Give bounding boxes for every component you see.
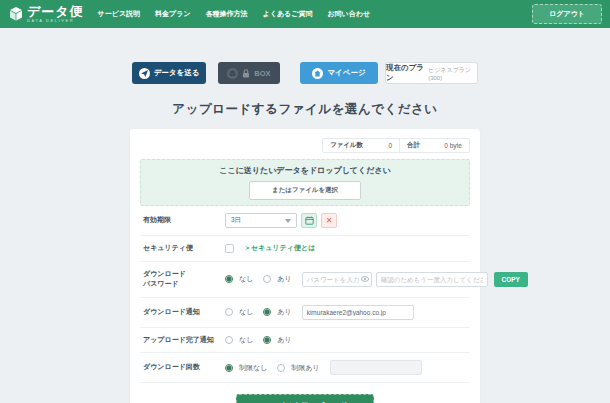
clear-expiry-button[interactable]: ✕ xyxy=(321,213,337,228)
download-notify-label: ダウンロード通知 xyxy=(143,307,225,318)
ul-notify-yes-label: あり xyxy=(277,335,291,345)
ul-notify-none-radio[interactable] xyxy=(225,336,233,344)
page-title: アップロードするファイルを選んでください xyxy=(0,101,610,118)
logo[interactable]: データ便 DATA DELIVER xyxy=(8,5,84,23)
copy-password-button[interactable]: COPY xyxy=(494,272,528,287)
file-dropzone[interactable]: ここに送りたいデータをドロップしてください またはファイルを選択 xyxy=(140,159,470,206)
dl-notify-yes-label: あり xyxy=(277,307,291,317)
password-confirm-input[interactable] xyxy=(376,272,488,287)
ul-notify-yes-radio[interactable] xyxy=(263,336,271,344)
password-none-label: なし xyxy=(239,274,253,284)
ul-notify-none-label: なし xyxy=(239,335,253,345)
password-yes-radio[interactable] xyxy=(263,275,271,283)
download-count-label: ダウンロード回数 xyxy=(143,362,225,373)
tab-send-data[interactable]: データを送る xyxy=(132,62,206,84)
eye-icon[interactable] xyxy=(361,275,369,283)
total-size-label: 合計 xyxy=(400,139,427,152)
upload-card: ファイル数 0 合計 0 byte ここに送りたいデータをドロップしてください … xyxy=(130,129,480,403)
main-nav: サービス説明 料金プラン 各種操作方法 よくあるご質問 お問い合わせ xyxy=(98,9,370,19)
security-checkbox[interactable] xyxy=(225,244,234,253)
download-password-row: ダウンロード パスワード なし あり COPY xyxy=(140,262,470,298)
dl-notify-none-radio[interactable] xyxy=(225,308,233,316)
download-notify-row: ダウンロード通知 なし あり xyxy=(140,298,470,328)
expiry-row: 有効期限 3日 ✕ xyxy=(140,206,470,236)
logout-button[interactable]: ログアウト xyxy=(532,4,602,24)
upload-files-button[interactable]: ファイルをアップロード xyxy=(236,394,374,403)
current-plan-value: ビジネスプラン(300) xyxy=(428,66,477,81)
download-count-row: ダウンロード回数 制限なし 制限あり xyxy=(140,353,470,383)
password-yes-label: あり xyxy=(277,274,291,284)
current-plan-label: 現在のプラン xyxy=(386,63,425,83)
file-count-value: 0 xyxy=(370,139,400,152)
logo-subtitle: DATA DELIVER xyxy=(27,19,84,23)
tab-box-label: BOX xyxy=(254,69,270,78)
tab-box[interactable]: BOX xyxy=(218,62,280,84)
notify-email-input[interactable] xyxy=(302,305,414,320)
dropzone-text: ここに送りたいデータをドロップしてください xyxy=(219,165,391,176)
download-password-label: ダウンロード パスワード xyxy=(143,269,225,290)
dl-count-limited-radio[interactable] xyxy=(277,364,285,372)
current-plan-box: 現在のプラン ビジネスプラン(300) xyxy=(385,62,478,84)
security-row: セキュリティ便 ＞セキュリティ便とは xyxy=(140,236,470,262)
paper-plane-icon xyxy=(139,68,150,79)
select-files-button[interactable]: またはファイルを選択 xyxy=(249,181,361,200)
dl-count-unlimited-radio[interactable] xyxy=(225,364,233,372)
dl-notify-none-label: なし xyxy=(239,307,253,317)
dl-count-limited-label: 制限あり xyxy=(291,363,319,373)
header: データ便 DATA DELIVER サービス説明 料金プラン 各種操作方法 よく… xyxy=(0,0,610,28)
security-label: セキュリティ便 xyxy=(143,243,225,254)
tab-send-label: データを送る xyxy=(154,68,200,78)
nav-item-contact[interactable]: お問い合わせ xyxy=(327,9,370,19)
lock-icon xyxy=(242,69,250,78)
upload-complete-notify-label: アップロード完了通知 xyxy=(143,335,225,346)
upload-complete-notify-row: アップロード完了通知 なし あり xyxy=(140,328,470,354)
cube-logo-icon xyxy=(8,6,24,22)
file-summary: ファイル数 0 合計 0 byte xyxy=(140,138,470,153)
tab-mypage-label: マイページ xyxy=(327,68,365,78)
nav-item-pricing[interactable]: 料金プラン xyxy=(155,9,191,19)
dl-count-unlimited-label: 制限なし xyxy=(239,363,267,373)
tab-mypage[interactable]: マイページ xyxy=(300,62,378,84)
download-limit-input[interactable] xyxy=(330,360,422,375)
box-circle-icon xyxy=(227,68,238,79)
nav-item-faq[interactable]: よくあるご質問 xyxy=(263,9,313,19)
password-none-radio[interactable] xyxy=(225,275,233,283)
chevron-down-icon xyxy=(285,219,291,223)
expiry-selected-value: 3日 xyxy=(231,216,241,225)
expiry-select[interactable]: 3日 xyxy=(225,213,297,228)
expiry-label: 有効期限 xyxy=(143,215,225,226)
home-icon xyxy=(312,68,323,79)
total-size-value: 0 byte xyxy=(427,139,469,152)
calendar-button[interactable] xyxy=(301,213,317,228)
logo-title: データ便 xyxy=(27,5,84,18)
nav-item-howto[interactable]: 各種操作方法 xyxy=(206,9,248,19)
file-count-label: ファイル数 xyxy=(323,139,370,152)
nav-item-service[interactable]: サービス説明 xyxy=(98,9,141,19)
dl-notify-yes-radio[interactable] xyxy=(263,308,271,316)
security-info-link[interactable]: ＞セキュリティ便とは xyxy=(244,243,315,253)
tab-row: データを送る BOX マイページ 現在のプラン ビジネスプラン(300) xyxy=(132,62,478,84)
